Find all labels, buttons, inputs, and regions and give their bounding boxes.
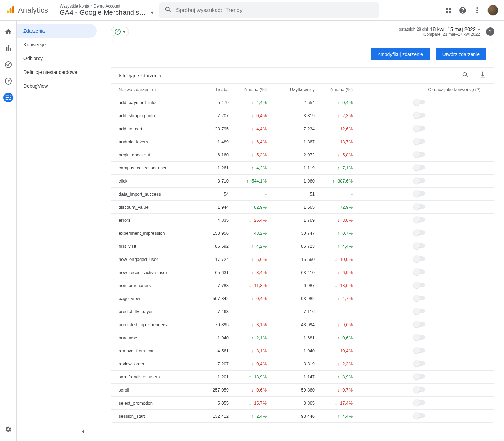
- rail-admin[interactable]: [3, 425, 13, 434]
- event-name[interactable]: select_promotion: [111, 396, 201, 409]
- date-range[interactable]: ostatnich 28 dni 18 kwi–15 maj 2022 ▾ Co…: [399, 26, 494, 37]
- event-name[interactable]: remove_from_cart: [111, 344, 201, 357]
- rail-explore[interactable]: [3, 60, 13, 69]
- event-name[interactable]: scroll: [111, 383, 201, 396]
- conversion-toggle[interactable]: [414, 139, 425, 144]
- more-vert-icon[interactable]: [473, 6, 481, 14]
- event-change: ↓0,4%: [232, 357, 269, 370]
- conversion-toggle[interactable]: [414, 400, 425, 405]
- event-count: 1 944: [201, 200, 232, 213]
- conversion-toggle[interactable]: [414, 217, 425, 222]
- event-name[interactable]: campus_collection_user: [111, 161, 201, 174]
- help-icon[interactable]: [459, 6, 467, 14]
- sidebar-item-definicje-niestandardowe[interactable]: Definicje niestandardowe: [17, 65, 97, 79]
- event-name[interactable]: data_import_success: [111, 187, 201, 200]
- col-name-header[interactable]: Nazwa zdarzenia↑: [111, 84, 201, 96]
- breadcrumb-all[interactable]: Wszystkie konta: [60, 4, 89, 9]
- conversion-toggle[interactable]: [414, 374, 425, 379]
- col-change-header[interactable]: Zmiana (%): [232, 84, 269, 96]
- conversion-toggle[interactable]: [414, 191, 425, 196]
- event-name[interactable]: first_visit: [111, 240, 201, 253]
- rail-reports[interactable]: [3, 43, 13, 53]
- conversion-toggle-cell: [355, 96, 494, 109]
- event-name[interactable]: san_francisco_users: [111, 370, 201, 383]
- event-name[interactable]: discount_value: [111, 200, 201, 213]
- help-icon[interactable]: ?: [475, 88, 480, 92]
- conversion-toggle[interactable]: [414, 361, 425, 366]
- sidebar-item-odbiorcy[interactable]: Odbiorcy: [17, 52, 97, 65]
- conversion-toggle[interactable]: [414, 152, 425, 157]
- event-name[interactable]: page_view: [111, 292, 201, 305]
- event-name[interactable]: android_lovers: [111, 135, 201, 148]
- event-name[interactable]: session_start: [111, 409, 201, 422]
- conversion-toggle[interactable]: [414, 165, 425, 170]
- conversion-toggle[interactable]: [414, 113, 425, 118]
- conversion-toggle[interactable]: [414, 100, 425, 104]
- event-name[interactable]: add_payment_info: [111, 96, 201, 109]
- conversion-toggle[interactable]: [414, 256, 425, 261]
- search-box[interactable]: [159, 2, 379, 18]
- rail-home[interactable]: [3, 27, 13, 36]
- sidebar-collapse[interactable]: [31, 428, 86, 436]
- event-name[interactable]: purchase: [111, 331, 201, 344]
- event-name[interactable]: add_to_cart: [111, 122, 201, 135]
- search-wrap: [159, 2, 379, 18]
- user-avatar[interactable]: [487, 5, 498, 16]
- col-uchange-header[interactable]: Zmiana (%): [318, 84, 355, 96]
- event-name[interactable]: experiment_impression: [111, 227, 201, 240]
- table-search-icon[interactable]: [462, 71, 469, 80]
- breadcrumb-account[interactable]: Demo Account: [94, 4, 120, 9]
- create-event-button[interactable]: Utwórz zdarzenie: [436, 48, 486, 60]
- status-chip[interactable]: ✓ ▾: [111, 27, 129, 36]
- event-name[interactable]: new_recent_active_user: [111, 266, 201, 279]
- event-name[interactable]: click: [111, 174, 201, 187]
- conversion-toggle[interactable]: [414, 322, 425, 327]
- search-input[interactable]: [176, 7, 374, 13]
- conversion-toggle[interactable]: [414, 335, 425, 340]
- apps-icon[interactable]: [444, 6, 452, 14]
- event-name[interactable]: add_shipping_info: [111, 109, 201, 122]
- conversion-toggle[interactable]: [414, 126, 425, 131]
- table-row: add_to_cart23 795↓4,4%7 234↓12,6%: [111, 122, 494, 135]
- event-name[interactable]: non_purchasers: [111, 279, 201, 292]
- rail-advertising[interactable]: [3, 76, 13, 86]
- col-users-header[interactable]: Użytkownicy: [269, 84, 318, 96]
- conversion-toggle[interactable]: [414, 178, 425, 183]
- logo-block[interactable]: Analytics: [6, 0, 54, 20]
- caret-down-icon[interactable]: ▾: [151, 10, 153, 15]
- sidebar-item-zdarzenia[interactable]: Zdarzenia: [17, 24, 97, 38]
- event-users: 3 319: [269, 357, 318, 370]
- event-name[interactable]: predicted_top_spenders: [111, 318, 201, 331]
- conversion-toggle[interactable]: [414, 243, 425, 248]
- col-count-header[interactable]: Liczba: [201, 84, 232, 96]
- conversion-toggle[interactable]: [414, 283, 425, 287]
- table-row: click3 710↑544,1%1 960↑387,6%: [111, 174, 494, 187]
- help-icon[interactable]: ?: [486, 27, 494, 36]
- conversion-toggle[interactable]: [414, 230, 425, 235]
- event-name[interactable]: begin_checkout: [111, 148, 201, 161]
- sidebar-item-konwersje[interactable]: Konwersje: [17, 38, 97, 52]
- event-users: 59 860: [269, 383, 318, 396]
- conversion-toggle[interactable]: [414, 387, 425, 392]
- conversion-toggle[interactable]: [414, 348, 425, 353]
- conversion-toggle[interactable]: [414, 309, 425, 313]
- conversion-toggle[interactable]: [414, 269, 425, 274]
- arrow-up-icon: ↑: [337, 335, 340, 340]
- table-row: scroll257 059↓0,6%59 860↓0,7%: [111, 383, 494, 396]
- arrow-down-icon: ↓: [249, 218, 251, 223]
- event-name[interactable]: predict_ltv_payer: [111, 305, 201, 318]
- conversion-toggle[interactable]: [414, 296, 425, 300]
- conversion-toggle[interactable]: [414, 204, 425, 209]
- rail-configure[interactable]: [3, 93, 13, 102]
- conversion-toggle-cell: [355, 331, 494, 344]
- account-selector[interactable]: Wszystkie konta › Demo Account GA4 - Goo…: [60, 4, 153, 16]
- event-name[interactable]: review_order: [111, 357, 201, 370]
- download-icon[interactable]: [479, 71, 486, 80]
- event-name[interactable]: errors: [111, 213, 201, 227]
- conversion-toggle[interactable]: [414, 413, 425, 418]
- sidebar-item-debugview[interactable]: DebugView: [17, 79, 97, 93]
- event-users: 93 446: [269, 409, 318, 422]
- sidebar: ZdarzeniaKonwersjeOdbiorcyDefinicje nies…: [17, 21, 101, 441]
- event-name[interactable]: new_engaged_user: [111, 253, 201, 266]
- modify-event-button[interactable]: Zmodyfikuj zdarzenie: [371, 48, 430, 60]
